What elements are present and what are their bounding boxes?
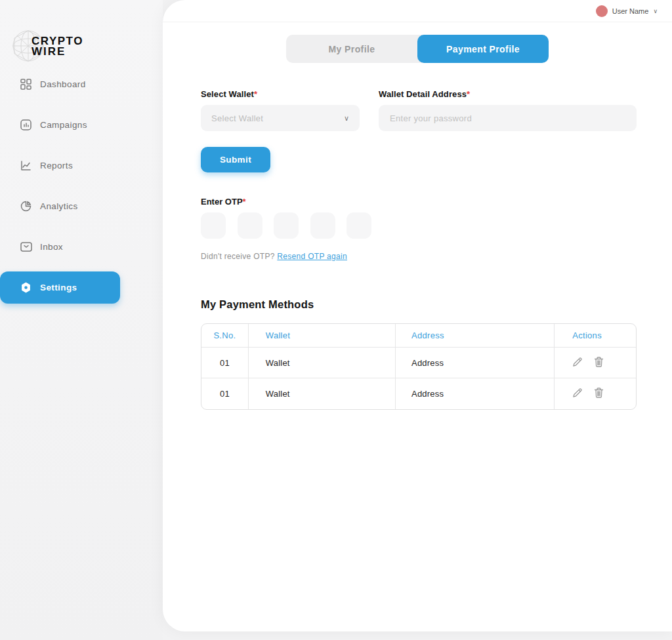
analytics-pie-icon [20, 201, 32, 212]
column-header-wallet: Wallet [249, 324, 396, 348]
table-header-row: S.No. Wallet Address Actions [201, 324, 636, 348]
tab-my-profile[interactable]: My Profile [286, 35, 417, 63]
column-header-sno: S.No. [201, 324, 249, 348]
user-name: User Name [612, 7, 649, 15]
wallet-address-field: Wallet Detail Address* [379, 89, 637, 131]
submit-button[interactable]: Submit [201, 147, 270, 172]
sidebar-item-label: Reports [40, 161, 73, 170]
tab-payment-profile[interactable]: Payment Profile [417, 35, 549, 63]
sidebar-item-reports[interactable]: Reports [0, 150, 163, 182]
profile-tabs: My Profile Payment Profile [286, 35, 549, 63]
sidebar-item-label: Inbox [40, 242, 63, 252]
cell-address: Address [396, 378, 555, 409]
delete-trash-icon[interactable] [594, 388, 604, 398]
otp-inputs [201, 212, 637, 239]
select-wallet-dropdown[interactable]: Select Wallet ∨ [201, 105, 360, 131]
wallet-address-label: Wallet Detail Address* [379, 89, 637, 99]
cell-sno: 01 [201, 378, 249, 409]
payment-profile-content: Select Wallet* Select Wallet ∨ Wallet De… [163, 89, 672, 410]
payment-methods-title: My Payment Methods [201, 298, 637, 311]
column-header-actions: Actions [555, 324, 636, 348]
column-header-address: Address [396, 324, 555, 348]
otp-input-2[interactable] [238, 212, 262, 239]
sidebar-item-inbox[interactable]: Inbox [0, 231, 163, 263]
sidebar-item-label: Analytics [40, 201, 78, 211]
otp-input-1[interactable] [201, 212, 226, 239]
required-asterisk: * [243, 197, 246, 207]
user-avatar[interactable] [596, 5, 608, 17]
select-wallet-label: Select Wallet* [201, 89, 360, 99]
sidebar-item-label: Campaigns [40, 120, 87, 130]
otp-section: Enter OTP* Didn't receive OTP? Resend OT… [201, 197, 637, 261]
logo-line2: WIRE [32, 47, 83, 57]
otp-label: Enter OTP* [201, 197, 637, 207]
delete-trash-icon[interactable] [594, 357, 604, 367]
wallet-address-label-text: Wallet Detail Address [379, 89, 467, 99]
edit-pencil-icon[interactable] [572, 357, 583, 367]
reports-line-chart-icon [20, 160, 32, 172]
sidebar-item-label: Dashboard [40, 79, 86, 89]
otp-label-text: Enter OTP [201, 197, 243, 207]
table-row: 01 Wallet Address [201, 348, 636, 378]
settings-gear-icon [20, 282, 32, 294]
top-bar: User Name ∨ [163, 0, 672, 22]
otp-input-4[interactable] [310, 212, 335, 239]
wallet-form: Select Wallet* Select Wallet ∨ Wallet De… [201, 89, 637, 131]
dashboard-grid-icon [20, 79, 32, 90]
user-menu-chevron-down-icon[interactable]: ∨ [653, 8, 658, 14]
payment-methods-table: S.No. Wallet Address Actions 01 Wallet A… [201, 323, 637, 410]
otp-input-5[interactable] [346, 212, 371, 239]
sidebar-nav: Dashboard Campaigns Reports [0, 68, 163, 312]
sidebar-item-settings[interactable]: Settings [0, 271, 120, 304]
required-asterisk: * [254, 89, 257, 99]
otp-input-3[interactable] [274, 212, 299, 239]
otp-hint: Didn't receive OTP? Resend OTP again [201, 252, 637, 261]
resend-otp-link[interactable]: Resend OTP again [277, 252, 347, 261]
cell-wallet: Wallet [249, 378, 396, 409]
cell-sno: 01 [201, 348, 249, 378]
select-wallet-field: Select Wallet* Select Wallet ∨ [201, 89, 360, 131]
logo-text: CRYPTO WIRE [32, 36, 83, 57]
sidebar-item-analytics[interactable]: Analytics [0, 190, 163, 222]
cell-actions [555, 378, 636, 409]
wallet-address-input[interactable] [379, 105, 637, 131]
campaigns-bar-chart-icon [20, 119, 32, 131]
otp-hint-text: Didn't receive OTP? [201, 252, 277, 261]
logo: CRYPTO WIRE [12, 28, 91, 66]
cell-address: Address [396, 348, 555, 378]
table-row: 01 Wallet Address [201, 378, 636, 409]
sidebar-item-label: Settings [40, 283, 77, 292]
sidebar-item-campaigns[interactable]: Campaigns [0, 109, 163, 141]
select-wallet-label-text: Select Wallet [201, 89, 254, 99]
cell-actions [555, 348, 636, 378]
chevron-down-icon: ∨ [344, 114, 349, 123]
required-asterisk: * [467, 89, 470, 99]
cell-wallet: Wallet [249, 348, 396, 378]
sidebar: CRYPTO WIRE Dashboard Cam [0, 0, 163, 640]
main-panel: User Name ∨ My Profile Payment Profile S… [163, 0, 672, 631]
select-wallet-value: Select Wallet [211, 113, 263, 123]
sidebar-item-dashboard[interactable]: Dashboard [0, 68, 163, 100]
edit-pencil-icon[interactable] [572, 388, 583, 398]
inbox-envelope-icon [20, 241, 32, 253]
